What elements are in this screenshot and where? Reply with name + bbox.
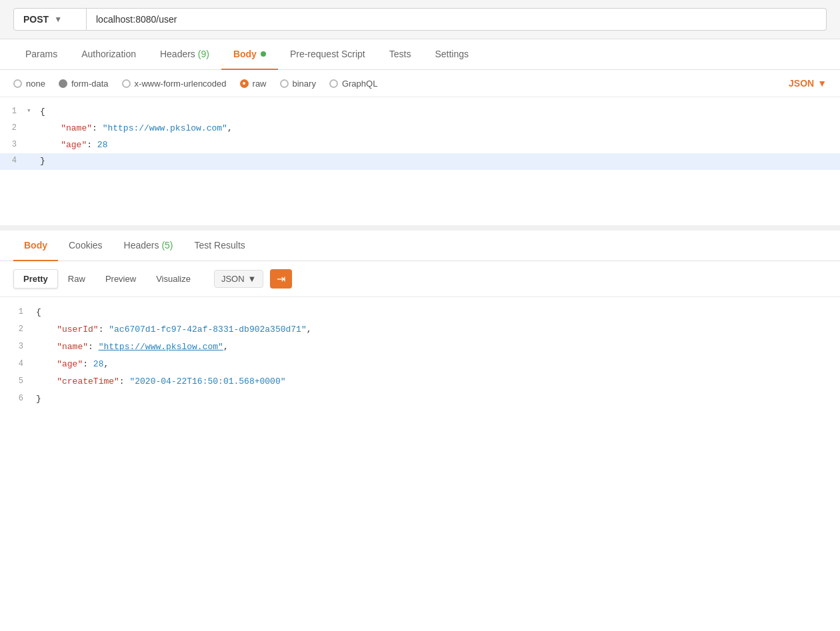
req-line-2: 2 "name": "https://www.pkslow.com", (0, 121, 840, 137)
radio-circle-binary (280, 79, 289, 88)
response-tab-headers[interactable]: Headers (5) (113, 231, 184, 261)
tab-authorization[interactable]: Authorization (69, 39, 148, 70)
view-preview[interactable]: Preview (95, 269, 146, 289)
radio-circle-form-data (59, 79, 67, 88)
radio-urlencoded[interactable]: x-www-form-urlencoded (122, 79, 227, 89)
radio-circle-none (13, 79, 22, 88)
response-code-editor[interactable]: 1 { 2 "userId": "ac6707d1-fc97-42af-8331… (0, 297, 840, 415)
req-line-1: 1 ▾ { (0, 104, 840, 121)
format-chevron: ▼ (248, 274, 257, 284)
res-line-4: 4 "age": 28, (0, 356, 840, 373)
tab-params[interactable]: Params (13, 39, 69, 70)
response-tab-body[interactable]: Body (13, 231, 58, 261)
radio-none[interactable]: none (13, 79, 45, 89)
radio-raw[interactable]: raw (240, 79, 267, 89)
json-dropdown-chevron: ▼ (817, 78, 827, 89)
method-label: POST (23, 14, 49, 25)
res-line-3: 3 "name": "https://www.pkslow.com", (0, 338, 840, 356)
view-raw[interactable]: Raw (58, 269, 95, 289)
method-select[interactable]: POST ▼ (13, 8, 87, 31)
req-line-4: 4 } (0, 153, 840, 170)
body-type-bar: none form-data x-www-form-urlencoded raw… (0, 70, 840, 97)
response-format-select[interactable]: JSON ▼ (214, 270, 264, 288)
res-line-6: 6 } (0, 390, 840, 408)
json-format-dropdown[interactable]: JSON ▼ (789, 78, 827, 89)
method-chevron: ▼ (54, 15, 62, 24)
res-line-5: 5 "createTime": "2020-04-22T16:50:01.568… (0, 373, 840, 390)
radio-circle-graphql (329, 79, 338, 88)
url-bar: POST ▼ (0, 0, 840, 39)
wrap-icon: ⇥ (277, 273, 285, 285)
radio-binary[interactable]: binary (280, 79, 316, 89)
response-toolbar: Pretty Raw Preview Visualize JSON ▼ ⇥ (0, 261, 840, 297)
radio-circle-urlencoded (122, 79, 131, 88)
response-section: Body Cookies Headers (5) Test Results Pr… (0, 231, 840, 415)
res-line-2: 2 "userId": "ac6707d1-fc97-42af-8331-db9… (0, 321, 840, 338)
radio-circle-raw (240, 79, 249, 88)
radio-graphql[interactable]: GraphQL (329, 79, 377, 89)
tab-tests[interactable]: Tests (377, 39, 423, 70)
view-visualize[interactable]: Visualize (146, 269, 201, 289)
radio-form-data[interactable]: form-data (59, 79, 109, 89)
wrap-button[interactable]: ⇥ (270, 269, 292, 289)
tab-prerequest[interactable]: Pre-request Script (278, 39, 377, 70)
view-pretty[interactable]: Pretty (13, 269, 58, 289)
app-container: POST ▼ Params Authorization Headers (9) … (0, 0, 840, 631)
tab-body[interactable]: Body (221, 39, 278, 70)
request-tabs: Params Authorization Headers (9) Body Pr… (0, 39, 840, 70)
url-input[interactable] (87, 8, 827, 31)
body-dot-indicator (261, 51, 266, 57)
response-tab-cookies[interactable]: Cookies (58, 231, 113, 261)
res-line-1: 1 { (0, 304, 840, 321)
response-tabs: Body Cookies Headers (5) Test Results (0, 231, 840, 261)
tab-headers[interactable]: Headers (9) (148, 39, 221, 70)
req-line-3: 3 "age": 28 (0, 137, 840, 154)
response-tab-test-results[interactable]: Test Results (184, 231, 256, 261)
request-code-editor[interactable]: 1 ▾ { 2 "name": "https://www.pkslow.com"… (0, 97, 840, 231)
tab-settings[interactable]: Settings (423, 39, 481, 70)
